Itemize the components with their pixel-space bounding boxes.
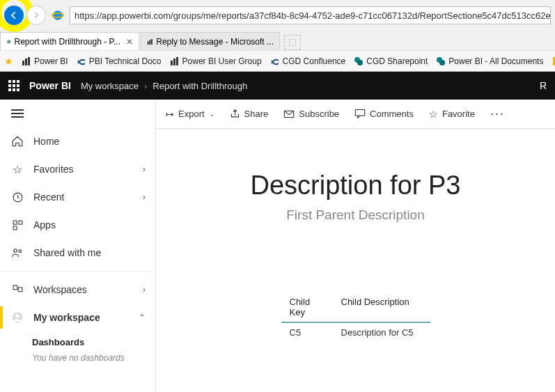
table-header[interactable]: Child Key: [281, 292, 333, 323]
sidebar-item-workspaces[interactable]: Workspaces ›: [0, 276, 155, 304]
arrow-left-icon: [9, 10, 19, 20]
breadcrumb-workspace[interactable]: My workspace: [81, 81, 139, 91]
favorite-link[interactable]: PBI Technical Doco: [77, 56, 162, 66]
favorite-link[interactable]: fiel: [552, 56, 555, 66]
svg-rect-20: [13, 221, 17, 224]
ie-logo-icon: [52, 9, 64, 22]
chevron-right-icon: ›: [143, 192, 146, 202]
table-row[interactable]: C5 Description for C5: [281, 323, 430, 342]
star-icon: ☆: [11, 163, 24, 176]
page-icon: [289, 39, 296, 46]
divider: [0, 271, 155, 272]
workspaces-icon: [11, 284, 24, 296]
sidebar-item-favorites[interactable]: ☆ Favorites ›: [0, 155, 155, 183]
sidebar-item-apps[interactable]: Apps: [0, 211, 155, 239]
table-cell: C5: [281, 323, 333, 342]
toolbar-label: Export: [178, 109, 205, 119]
subscribe-button[interactable]: Subscribe: [283, 109, 339, 119]
chevron-up-icon: ⌃: [139, 313, 146, 322]
svg-rect-9: [25, 58, 27, 65]
chevron-right-icon: ›: [144, 81, 147, 91]
page-icon: [552, 56, 555, 66]
toolbar-label: Comments: [370, 109, 414, 119]
sidebar-item-recent[interactable]: Recent ›: [0, 183, 155, 211]
ellipsis-icon: ···: [490, 107, 505, 121]
content: ↦ Export ⌄ Share Subscribe Comm: [156, 100, 555, 392]
new-tab-button[interactable]: [284, 35, 301, 50]
clock-icon: [11, 191, 24, 203]
svg-rect-25: [13, 285, 17, 290]
favorite-link[interactable]: Power BI - All Documents: [436, 56, 543, 66]
comments-button[interactable]: Comments: [354, 109, 414, 119]
sidebar-label: Home: [33, 136, 59, 147]
favorite-link[interactable]: CGD Sharepoint: [354, 56, 428, 66]
favorite-label: Power BI: [34, 56, 68, 66]
sidebar-label: Favorites: [33, 164, 74, 175]
sidebar-label: Workspaces: [33, 284, 87, 295]
favorites-bar: ★ Power BI PBI Technical Doco Power BI U…: [0, 50, 555, 71]
close-icon[interactable]: ✕: [126, 37, 133, 47]
export-button[interactable]: ↦ Export ⌄: [166, 109, 214, 120]
url-bar[interactable]: https://app.powerbi.com/groups/me/report…: [70, 6, 551, 24]
toolbar-label: Favorite: [442, 109, 475, 119]
comment-icon: [354, 109, 366, 119]
table-header[interactable]: Child Description: [333, 292, 430, 323]
main: Home ☆ Favorites › Recent › Apps Shared …: [0, 100, 555, 392]
tab-label: Reply to Message - Microsoft ...: [156, 37, 274, 47]
tab-label: Report with Drillthrough - P...: [14, 37, 120, 47]
bars-icon: [147, 37, 153, 47]
favorites-star-icon[interactable]: ★: [4, 56, 13, 67]
svg-rect-8: [22, 61, 24, 65]
app-launcher-icon[interactable]: [8, 80, 19, 91]
home-icon: [11, 135, 24, 148]
browser-chrome: https://app.powerbi.com/groups/me/report…: [0, 0, 555, 72]
favorite-label: CGD Confluence: [283, 56, 346, 66]
svg-rect-6: [151, 39, 153, 45]
chevron-right-icon: ›: [143, 285, 146, 295]
toolbar-label: Share: [244, 109, 269, 119]
sidebar-item-shared[interactable]: Shared with me: [0, 239, 155, 267]
share-icon: [230, 109, 240, 119]
svg-rect-12: [173, 58, 175, 65]
svg-rect-10: [28, 57, 30, 65]
app-title: Power BI: [29, 80, 71, 91]
favorite-link[interactable]: CGD Confluence: [270, 56, 346, 66]
more-button[interactable]: ···: [490, 107, 505, 121]
back-button[interactable]: [4, 6, 24, 25]
favorite-label: PBI Technical Doco: [89, 56, 162, 66]
svg-rect-21: [18, 221, 22, 224]
breadcrumb-report[interactable]: Report with Drillthrough: [153, 81, 247, 91]
favorite-link[interactable]: Power BI: [22, 56, 68, 66]
sidebar-toggle[interactable]: [0, 100, 155, 127]
browser-tab[interactable]: Reply to Message - Microsoft ...: [141, 32, 280, 50]
forward-button[interactable]: [26, 6, 46, 25]
sidebar-item-home[interactable]: Home: [0, 127, 155, 155]
people-icon: [11, 246, 24, 259]
sidebar: Home ☆ Favorites › Recent › Apps Shared …: [0, 100, 156, 392]
svg-point-15: [357, 60, 363, 65]
hamburger-icon: [11, 109, 24, 118]
svg-point-0: [53, 10, 63, 20]
sidebar-label: Apps: [33, 219, 56, 230]
bars-icon: [170, 56, 180, 66]
svg-point-28: [15, 314, 19, 317]
favorite-button[interactable]: ☆ Favorite: [429, 109, 475, 120]
svg-rect-4: [148, 41, 149, 45]
ie-page-icon: [6, 37, 11, 47]
chevron-right-icon: ›: [143, 164, 146, 174]
favorite-label: Power BI - All Documents: [448, 56, 543, 66]
svg-rect-11: [171, 61, 173, 65]
svg-point-24: [19, 250, 22, 253]
share-button[interactable]: Share: [230, 109, 269, 119]
table-header-row: Child Key Child Description: [281, 292, 430, 323]
svg-point-2: [7, 40, 10, 43]
apps-icon: [11, 219, 24, 231]
sidebar-item-myworkspace[interactable]: My workspace ⌃: [0, 304, 155, 331]
svg-rect-13: [176, 57, 178, 65]
favorite-link[interactable]: Power BI User Group: [170, 56, 262, 66]
person-icon: [11, 311, 24, 324]
browser-tab-active[interactable]: Report with Drillthrough - P... ✕: [0, 32, 139, 50]
sidebar-label: My workspace: [33, 312, 100, 323]
sidebar-sub-dashboards[interactable]: Dashboards: [0, 331, 155, 350]
confluence-icon: [77, 56, 86, 66]
